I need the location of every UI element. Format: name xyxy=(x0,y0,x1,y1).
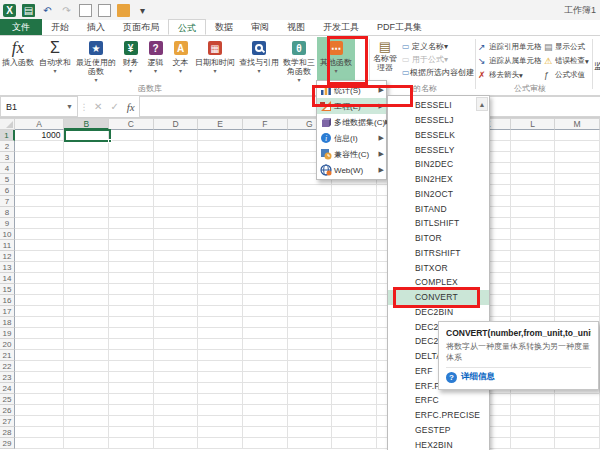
cell-E11[interactable] xyxy=(198,240,243,251)
cell-G22[interactable] xyxy=(288,361,333,372)
cell-D6[interactable] xyxy=(154,185,199,196)
row-header-26[interactable]: 26 xyxy=(0,405,15,416)
cell-F23[interactable] xyxy=(243,372,288,383)
cell-E8[interactable] xyxy=(198,207,243,218)
cell-H23[interactable] xyxy=(332,372,377,383)
ribbon-button-fx[interactable]: fx插入函数 xyxy=(0,37,36,83)
cell-G16[interactable] xyxy=(288,295,333,306)
cell-E14[interactable] xyxy=(198,273,243,284)
cell-D12[interactable] xyxy=(154,251,199,262)
ribbon-button-financial[interactable]: ¥财务▾ xyxy=(118,37,143,83)
cell-E23[interactable] xyxy=(198,372,243,383)
row-header-4[interactable]: 4 xyxy=(0,163,15,174)
cell-A22[interactable] xyxy=(15,361,65,372)
cell-F29[interactable] xyxy=(243,438,288,449)
cell-B15[interactable] xyxy=(64,284,109,295)
cell-E6[interactable] xyxy=(198,185,243,196)
cell-H26[interactable] xyxy=(332,405,377,416)
cell-H25[interactable] xyxy=(332,394,377,405)
cell-L7[interactable] xyxy=(511,196,556,207)
cell-E4[interactable] xyxy=(198,163,243,174)
cell-D4[interactable] xyxy=(154,163,199,174)
cell-M5[interactable] xyxy=(555,174,600,185)
cell-C21[interactable] xyxy=(109,350,154,361)
cell-M25[interactable] xyxy=(555,394,600,405)
row-header-5[interactable]: 5 xyxy=(0,174,15,185)
menu-item-web[interactable]: Web(W)▶ xyxy=(317,162,386,178)
button-移去箭头[interactable]: ✗移去箭头 ▾ xyxy=(478,68,544,82)
cell-G21[interactable] xyxy=(288,350,333,361)
ribbon-button-math-trig[interactable]: θ数学和三角函数▾ xyxy=(281,37,317,83)
cell-C1[interactable] xyxy=(109,130,154,141)
cell-C7[interactable] xyxy=(109,196,154,207)
row-header-9[interactable]: 9 xyxy=(0,218,15,229)
cell-A3[interactable] xyxy=(15,152,65,163)
cell-D11[interactable] xyxy=(154,240,199,251)
cell-E3[interactable] xyxy=(198,152,243,163)
button-追踪引用单元格[interactable]: ↗追踪引用单元格 xyxy=(478,40,544,54)
cell-A14[interactable] xyxy=(15,273,65,284)
cell-L6[interactable] xyxy=(511,185,556,196)
ribbon-button-more-functions[interactable]: ⋯其他函数▾ xyxy=(317,37,355,83)
cell-A4[interactable] xyxy=(15,163,65,174)
cell-F11[interactable] xyxy=(243,240,288,251)
cell-G19[interactable] xyxy=(288,328,333,339)
cell-E25[interactable] xyxy=(198,394,243,405)
cell-A29[interactable] xyxy=(15,438,65,449)
cell-D26[interactable] xyxy=(154,405,199,416)
cell-G12[interactable] xyxy=(288,251,333,262)
cell-B24[interactable] xyxy=(64,383,109,394)
cell-F8[interactable] xyxy=(243,207,288,218)
cell-L9[interactable] xyxy=(511,218,556,229)
cell-G15[interactable] xyxy=(288,284,333,295)
row-header-29[interactable]: 29 xyxy=(0,438,15,449)
function-item-BITOR[interactable]: BITOR xyxy=(388,231,489,246)
cell-A11[interactable] xyxy=(15,240,65,251)
tooltip-help-link[interactable]: ? 详细信息 xyxy=(446,371,591,383)
cell-C20[interactable] xyxy=(109,339,154,350)
cell-A7[interactable] xyxy=(15,196,65,207)
cell-H29[interactable] xyxy=(332,438,377,449)
cell-H22[interactable] xyxy=(332,361,377,372)
cell-F27[interactable] xyxy=(243,416,288,427)
cell-H6[interactable] xyxy=(332,185,377,196)
cell-A17[interactable] xyxy=(15,306,65,317)
cell-H24[interactable] xyxy=(332,383,377,394)
cell-C12[interactable] xyxy=(109,251,154,262)
cell-L29[interactable] xyxy=(511,438,556,449)
cell-F4[interactable] xyxy=(243,163,288,174)
cell-L16[interactable] xyxy=(511,295,556,306)
cell-A12[interactable] xyxy=(15,251,65,262)
cell-H20[interactable] xyxy=(332,339,377,350)
cell-A23[interactable] xyxy=(15,372,65,383)
cell-C5[interactable] xyxy=(109,174,154,185)
cell-D22[interactable] xyxy=(154,361,199,372)
cell-C29[interactable] xyxy=(109,438,154,449)
cell-F22[interactable] xyxy=(243,361,288,372)
cell-F7[interactable] xyxy=(243,196,288,207)
cell-B26[interactable] xyxy=(64,405,109,416)
cell-L5[interactable] xyxy=(511,174,556,185)
name-box[interactable]: B1 ▼ xyxy=(0,96,78,117)
cell-L4[interactable] xyxy=(511,163,556,174)
ribbon-button-lookup[interactable]: 查找与引用▾ xyxy=(237,37,281,83)
cell-H7[interactable] xyxy=(332,196,377,207)
cell-C23[interactable] xyxy=(109,372,154,383)
cell-C2[interactable] xyxy=(109,141,154,152)
cell-D8[interactable] xyxy=(154,207,199,218)
cell-C11[interactable] xyxy=(109,240,154,251)
cell-D18[interactable] xyxy=(154,317,199,328)
cell-E18[interactable] xyxy=(198,317,243,328)
cell-E5[interactable] xyxy=(198,174,243,185)
cell-B5[interactable] xyxy=(64,174,109,185)
cell-M17[interactable] xyxy=(555,306,600,317)
cell-A1[interactable]: 1000 xyxy=(15,130,65,141)
cell-L28[interactable] xyxy=(511,427,556,438)
cell-E22[interactable] xyxy=(198,361,243,372)
cell-D10[interactable] xyxy=(154,229,199,240)
cell-E17[interactable] xyxy=(198,306,243,317)
menu-item-statistical[interactable]: 统计(S)▶ xyxy=(317,82,386,98)
cell-E27[interactable] xyxy=(198,416,243,427)
cell-M26[interactable] xyxy=(555,405,600,416)
cell-G7[interactable] xyxy=(288,196,333,207)
